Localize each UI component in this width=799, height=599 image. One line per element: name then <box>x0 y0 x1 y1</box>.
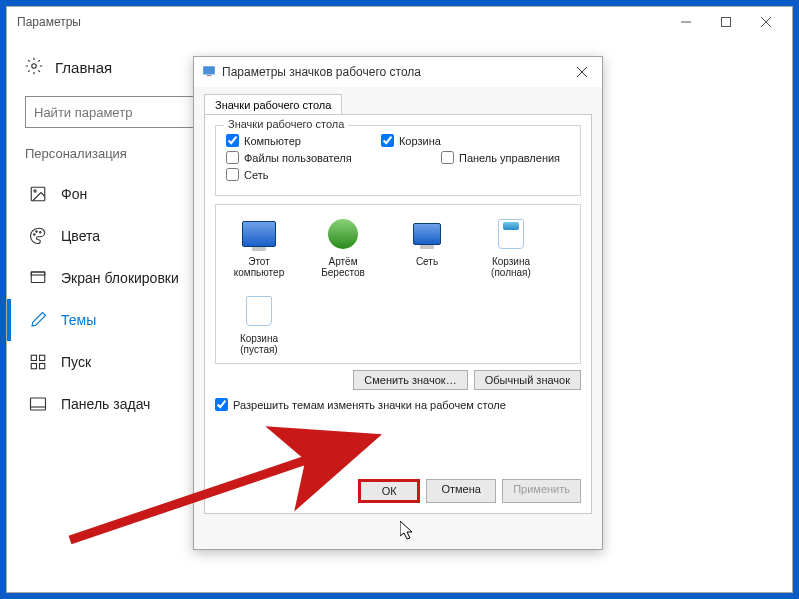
svg-point-4 <box>32 64 37 69</box>
taskbar-icon <box>29 395 47 413</box>
dialog-icon <box>202 64 216 81</box>
svg-rect-1 <box>722 18 731 27</box>
svg-rect-17 <box>40 364 45 369</box>
icon-preview-grid[interactable]: Этот компьютер Артём Берестов Сеть Корзи… <box>215 204 581 364</box>
svg-rect-21 <box>207 75 212 76</box>
default-icon-button[interactable]: Обычный значок <box>474 370 581 390</box>
svg-rect-20 <box>203 66 215 74</box>
maximize-button[interactable] <box>706 8 746 36</box>
svg-rect-15 <box>40 355 45 360</box>
home-label: Главная <box>55 59 112 76</box>
check-recycle[interactable]: Корзина <box>381 134 441 147</box>
titlebar: Параметры <box>7 7 792 37</box>
check-network[interactable]: Сеть <box>226 168 268 181</box>
icon-user[interactable]: Артём Берестов <box>310 215 376 278</box>
icon-bin-full[interactable]: Корзина (полная) <box>478 215 544 278</box>
dialog-title: Параметры значков рабочего стола <box>222 65 421 79</box>
check-cpanel[interactable]: Панель управления <box>441 151 560 164</box>
close-button[interactable] <box>746 8 786 36</box>
dialog-titlebar: Параметры значков рабочего стола <box>194 57 602 87</box>
lock-icon <box>29 269 47 287</box>
palette-icon <box>29 227 47 245</box>
icon-network[interactable]: Сеть <box>394 215 460 278</box>
picture-icon <box>29 185 47 203</box>
allow-themes-check[interactable]: Разрешить темам изменять значки на рабоч… <box>215 398 581 411</box>
dialog-close-button[interactable] <box>570 60 594 84</box>
check-userfiles[interactable]: Файлы пользователя <box>226 151 361 164</box>
icon-bin-empty[interactable]: Корзина (пустая) <box>226 292 292 355</box>
cancel-button[interactable]: Отмена <box>426 479 496 503</box>
apply-button[interactable]: Применить <box>502 479 581 503</box>
svg-point-9 <box>34 234 36 236</box>
tab-desktop-icons[interactable]: Значки рабочего стола <box>204 94 342 115</box>
check-computer[interactable]: Компьютер <box>226 134 301 147</box>
svg-rect-18 <box>31 398 46 410</box>
svg-point-10 <box>36 231 38 233</box>
icon-this-pc[interactable]: Этот компьютер <box>226 215 292 278</box>
cursor-icon <box>400 521 416 541</box>
desktop-icons-group: Значки рабочего стола Компьютер Корзина … <box>215 125 581 196</box>
svg-rect-13 <box>31 272 45 275</box>
svg-rect-12 <box>31 272 45 283</box>
ok-button[interactable]: ОК <box>358 479 420 503</box>
desktop-icons-dialog: Параметры значков рабочего стола Значки … <box>193 56 603 550</box>
change-icon-button[interactable]: Сменить значок… <box>353 370 467 390</box>
svg-point-8 <box>34 190 36 192</box>
svg-point-11 <box>40 232 42 234</box>
window-title: Параметры <box>17 15 81 29</box>
svg-rect-16 <box>31 364 36 369</box>
grid-icon <box>29 353 47 371</box>
minimize-button[interactable] <box>666 8 706 36</box>
svg-rect-14 <box>31 355 36 360</box>
gear-icon <box>25 57 43 78</box>
brush-icon <box>29 311 47 329</box>
